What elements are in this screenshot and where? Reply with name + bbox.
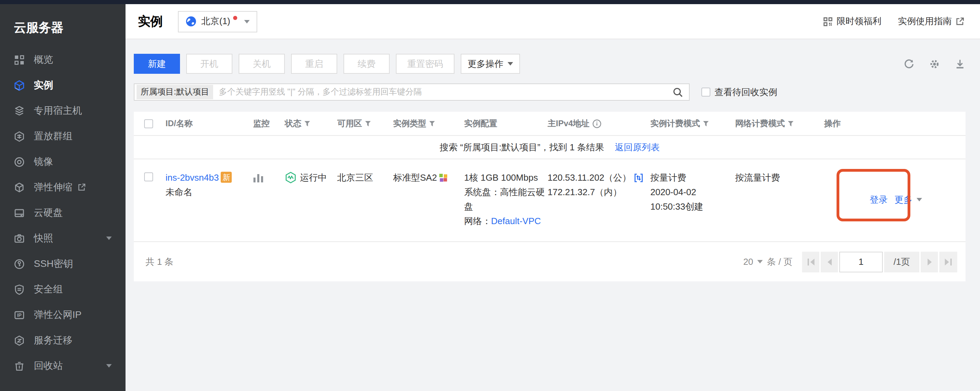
chevron-down-icon [244,20,250,23]
per-page-label: 条 / 页 [767,256,792,268]
start-button[interactable]: 开机 [186,54,232,74]
next-page-button[interactable] [921,251,938,272]
pager-controls: 1 /1页 [802,251,957,272]
column-header-monitor: 监控 [253,118,285,129]
cell-type: 标准型SA2 [393,170,464,185]
recycle-checkbox[interactable] [702,87,710,97]
sidebar-item-ssh-keys[interactable]: SSH密钥 [0,251,126,277]
pagination: 20 条 / 页 1 /1页 [743,251,957,272]
filter-icon[interactable] [788,120,794,127]
sidebar: 云服务器 概览 实例 专用宿主机 [0,4,126,391]
instance-id-link[interactable]: ins-2bvsn4b3 [165,172,219,183]
cell-config: 1核 1GB 100Mbps 系统盘：高性能云硬盘 网络：Default-VPC [464,170,547,228]
sidebar-item-cloud-disks[interactable]: 云硬盘 [0,200,126,226]
vpc-link[interactable]: Default-VPC [491,216,541,226]
monitor-chart-icon[interactable] [253,173,263,183]
more-actions-button[interactable]: 更多操作 [461,54,520,74]
public-ip: 120.53.11.202（公） [547,170,631,185]
toolbar: 新建 开机 关机 重启 续费 重置密码 更多操作 [134,54,966,74]
sidebar-item-label: 快照 [34,232,53,245]
column-header-actions: 操作 [824,118,966,129]
renew-button[interactable]: 续费 [344,54,390,74]
sidebar-item-overview[interactable]: 概览 [0,47,126,72]
filter-icon[interactable] [365,120,371,127]
search-placeholder: 多个关键字用竖线 "|" 分隔，多个过滤标签用回车键分隔 [219,86,672,98]
guide-link-label: 实例使用指南 [898,15,952,28]
region-label: 北京(1) [201,15,230,28]
sidebar-item-label: 服务迁移 [34,334,72,346]
sidebar-item-label: 概览 [34,54,53,66]
select-all-checkbox[interactable] [144,119,153,128]
instance-cube-icon [14,79,25,91]
chevron-down-icon[interactable] [106,237,112,240]
cell-zone: 北京三区 [337,170,393,185]
first-page-button[interactable] [802,251,819,272]
filter-bar: 所属项目:默认项目 多个关键字用竖线 "|" 分隔，多个过滤标签用回车键分隔 查… [134,83,966,101]
cell-actions: 登录 更多 [824,192,966,207]
chevron-down-icon[interactable] [916,197,922,201]
sidebar-menu: 概览 实例 专用宿主机 置放群组 [0,47,126,378]
sidebar-item-placement-groups[interactable]: 置放群组 [0,124,126,149]
sidebar-item-recycle-bin[interactable]: 回收站 [0,353,126,378]
chevron-down-icon[interactable] [106,364,112,367]
sidebar-item-label: 回收站 [34,360,63,372]
refresh-icon[interactable] [904,58,915,69]
convert-ip-icon[interactable] [634,173,643,183]
recycle-checkbox-label: 查看待回收实例 [714,86,777,98]
restart-button[interactable]: 重启 [291,54,337,74]
top-nav-strip [0,0,980,4]
billing-mode: 按量计费 [650,170,735,185]
column-header-status: 状态 [285,118,337,129]
sidebar-item-dedicated-hosts[interactable]: 专用宿主机 [0,98,126,124]
key-icon [14,258,25,269]
sidebar-item-elastic-ip[interactable]: IP 弹性公网IP [0,302,126,327]
project-filter-tag[interactable]: 所属项目:默认项目 [137,85,213,99]
prev-page-button[interactable] [821,251,838,272]
back-to-list-link[interactable]: 返回原列表 [615,142,660,153]
guide-link[interactable]: 实例使用指南 [898,15,965,28]
sidebar-item-service-migration[interactable]: 服务迁移 [0,327,126,353]
notification-dot [233,16,237,20]
sidebar-item-label: 实例 [34,79,53,91]
table-row[interactable]: ins-2bvsn4b3新 未命名 运行中 北京三区 [134,159,966,242]
login-action-link[interactable]: 登录 [870,192,888,207]
sidebar-item-security-groups[interactable]: 安全组 [0,277,126,302]
image-target-icon [14,156,25,167]
disk-icon [14,207,25,218]
filter-icon[interactable] [304,120,310,127]
benefit-link[interactable]: 限时领福利 [823,15,881,28]
cell-status: 运行中 [285,170,337,185]
config-network: 网络：Default-VPC [464,214,547,228]
recycle-filter: 查看待回收实例 [702,86,777,98]
sidebar-item-label: 专用宿主机 [34,105,82,117]
sidebar-item-label: 云硬盘 [34,207,63,219]
row-checkbox[interactable] [144,172,153,181]
cell-monitor [253,170,285,187]
config-spec: 1核 1GB 100Mbps [464,170,547,185]
gear-icon[interactable] [929,58,940,69]
last-page-button[interactable] [939,251,957,272]
page-header: 实例 北京(1) 限时领福利 实例使用指南 [126,4,980,39]
table-tool-icons [904,58,966,69]
reset-password-button[interactable]: 重置密码 [396,54,455,74]
search-result-text: 搜索 “所属项目:默认项目”，找到 1 条结果 [440,142,604,153]
sidebar-item-snapshots[interactable]: 快照 [0,226,126,251]
shutdown-button[interactable]: 关机 [239,54,285,74]
filter-icon[interactable] [429,120,435,127]
sidebar-item-instances[interactable]: 实例 [0,72,126,98]
sidebar-item-images[interactable]: 镜像 [0,149,126,175]
page-size-value: 20 [743,256,753,267]
chevron-down-icon [757,260,763,264]
column-header-config: 实例配置 [464,118,547,129]
page-number-input[interactable]: 1 [839,251,883,272]
create-button[interactable]: 新建 [134,54,180,74]
search-icon[interactable] [672,87,683,98]
filter-icon[interactable] [703,120,709,127]
more-action-link[interactable]: 更多 [894,192,912,207]
sidebar-item-auto-scaling[interactable]: 弹性伸缩 [0,175,126,200]
search-input[interactable]: 所属项目:默认项目 多个关键字用竖线 "|" 分隔，多个过滤标签用回车键分隔 [134,83,690,101]
download-icon[interactable] [955,58,966,69]
page-size-selector[interactable]: 20 条 / 页 [743,256,792,268]
info-icon[interactable] [592,119,601,128]
region-selector[interactable]: 北京(1) [178,11,257,32]
